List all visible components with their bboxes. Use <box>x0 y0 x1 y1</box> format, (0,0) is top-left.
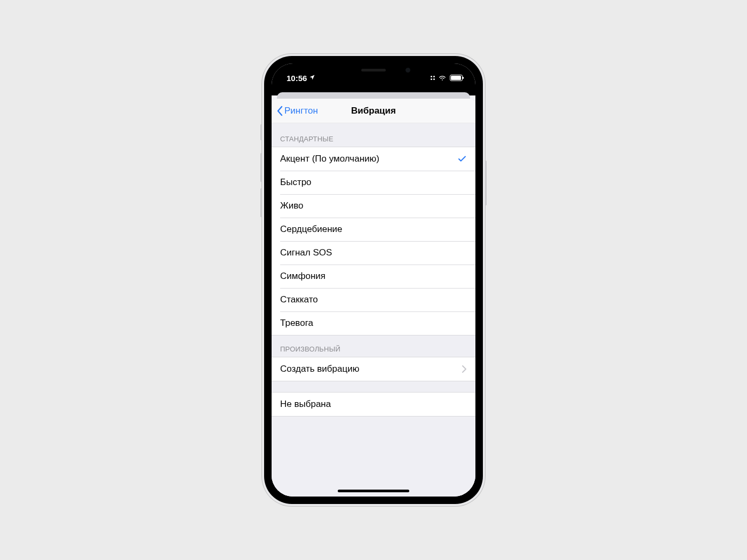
create-vibration-row[interactable]: Создать вибрацию <box>272 357 475 381</box>
none-label: Не выбрана <box>280 399 331 410</box>
home-indicator[interactable] <box>338 490 409 492</box>
none-list: Не выбрана <box>272 392 475 417</box>
vibration-none-row[interactable]: Не выбрана <box>272 393 475 416</box>
phone-bezel: 10:56 <box>264 56 483 504</box>
option-label: Симфония <box>280 271 325 282</box>
back-label: Рингтон <box>284 106 318 116</box>
vibration-option[interactable]: Акцент (По умолчанию) <box>272 147 475 171</box>
custom-list: Создать вибрацию <box>272 357 475 381</box>
mute-switch <box>260 124 262 140</box>
standard-list: Акцент (По умолчанию) Быстро Живо Сердце… <box>272 147 475 335</box>
location-icon <box>309 74 315 82</box>
section-gap <box>272 381 475 392</box>
phone-frame: 10:56 <box>262 54 485 506</box>
option-label: Акцент (По умолчанию) <box>280 154 379 164</box>
option-label: Сердцебиение <box>280 224 343 235</box>
status-time: 10:56 <box>287 74 307 83</box>
checkmark-icon <box>457 154 467 164</box>
create-vibration-label: Создать вибрацию <box>280 364 359 374</box>
vibration-option[interactable]: Сердцебиение <box>272 218 475 241</box>
cellular-icon <box>431 76 435 80</box>
option-label: Тревога <box>280 318 313 329</box>
option-label: Живо <box>280 201 304 211</box>
chevron-left-icon <box>276 106 283 116</box>
volume-down-button <box>260 188 262 217</box>
wifi-icon <box>438 74 447 83</box>
vibration-option[interactable]: Живо <box>272 194 475 218</box>
settings-sheet: Рингтон Вибрация СТАНДАРТНЫЕ Акцент (По … <box>272 99 475 497</box>
option-label: Стаккато <box>280 294 318 305</box>
vibration-option[interactable]: Тревога <box>272 311 475 335</box>
vibration-option[interactable]: Быстро <box>272 171 475 194</box>
navbar: Рингтон Вибрация <box>272 99 475 123</box>
battery-icon <box>450 75 463 81</box>
option-label: Сигнал SOS <box>280 247 332 258</box>
vibration-option[interactable]: Симфония <box>272 265 475 288</box>
back-button[interactable]: Рингтон <box>276 99 318 123</box>
chevron-right-icon <box>462 365 467 373</box>
volume-up-button <box>260 153 262 182</box>
power-button <box>485 161 487 205</box>
option-label: Быстро <box>280 177 312 188</box>
content: СТАНДАРТНЫЕ Акцент (По умолчанию) Быстро… <box>272 123 475 497</box>
vibration-option[interactable]: Сигнал SOS <box>272 241 475 265</box>
screen: 10:56 <box>272 63 475 497</box>
section-header-custom: ПРОИЗВОЛЬНЫЙ <box>272 335 475 357</box>
vibration-option[interactable]: Стаккато <box>272 288 475 311</box>
notch <box>320 63 427 78</box>
page-title: Вибрация <box>351 106 396 116</box>
section-header-standard: СТАНДАРТНЫЕ <box>272 123 475 147</box>
